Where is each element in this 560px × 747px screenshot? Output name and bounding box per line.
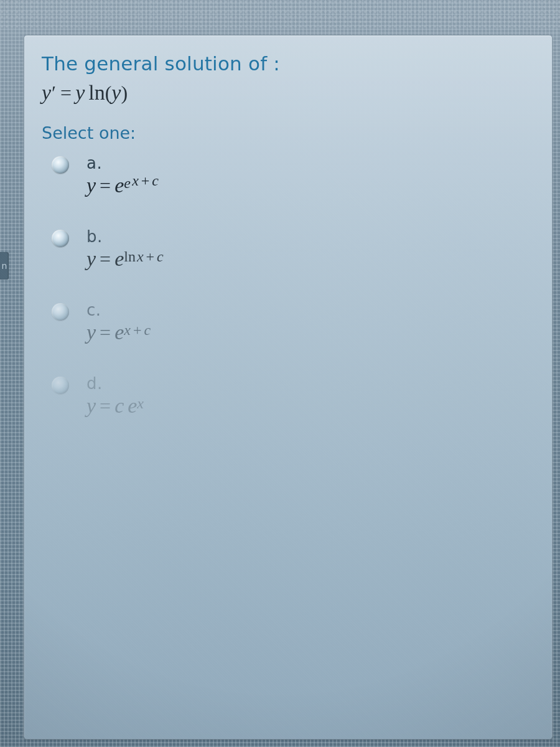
- option-a[interactable]: a. y= e e x+c: [52, 154, 538, 197]
- option-equation: y= c e x: [86, 394, 538, 418]
- question-title: The general solution of :: [42, 52, 538, 76]
- option-equation: y= e e x+c: [86, 174, 538, 197]
- option-d[interactable]: d. y= c e x: [52, 374, 538, 418]
- decorative-dot-band: [0, 0, 560, 27]
- option-letter: b.: [86, 227, 538, 246]
- question-equation: y′ = y ln(y): [42, 81, 538, 105]
- option-equation: y= e x+c: [86, 321, 538, 344]
- option-letter: c.: [86, 301, 538, 319]
- radio-icon[interactable]: [52, 230, 69, 247]
- option-b[interactable]: b. y= e lnx+c: [52, 227, 538, 271]
- option-equation: y= e lnx+c: [86, 247, 538, 271]
- select-one-prompt: Select one:: [42, 123, 538, 143]
- option-c[interactable]: c. y= e x+c: [52, 301, 538, 344]
- radio-icon[interactable]: [52, 303, 69, 321]
- option-letter: d.: [86, 374, 538, 393]
- question-card: The general solution of : y′ = y ln(y) S…: [24, 35, 553, 740]
- options-list: a. y= e e x+c b.: [42, 154, 538, 418]
- radio-icon[interactable]: [52, 377, 69, 394]
- radio-icon[interactable]: [52, 156, 69, 174]
- edge-tab: n: [0, 252, 9, 280]
- option-letter: a.: [86, 154, 538, 172]
